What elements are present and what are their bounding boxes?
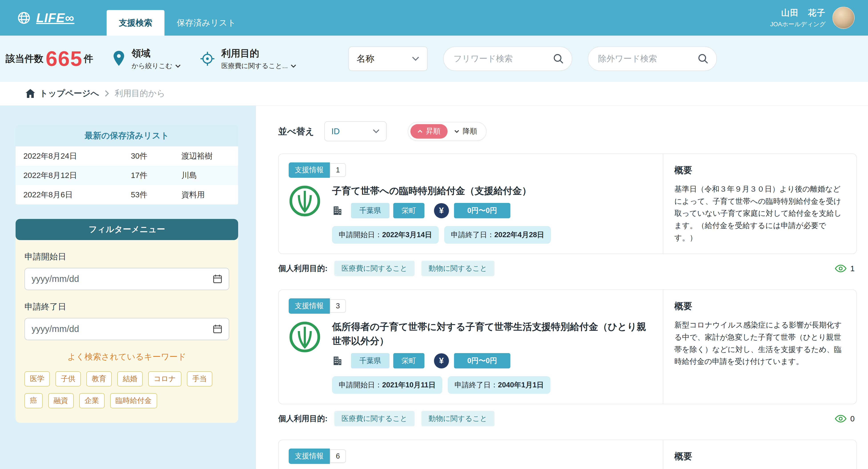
- keyword-chip[interactable]: 子供: [55, 371, 81, 386]
- keyword-chip[interactable]: 癌: [25, 393, 43, 408]
- saved-list-row[interactable]: 2022年8月24日 30件 渡辺裕樹: [16, 147, 238, 166]
- keyword-search-input[interactable]: [454, 54, 553, 63]
- search-icon[interactable]: [698, 53, 709, 64]
- chevron-down-icon: [291, 64, 296, 68]
- exclude-search-input[interactable]: [598, 54, 698, 63]
- start-date-input[interactable]: [32, 274, 213, 284]
- content: 最新の保存済みリスト 2022年8月24日 30件 渡辺裕樹 2022年8月12…: [0, 106, 868, 469]
- sort-desc-button[interactable]: 降順: [447, 126, 484, 136]
- view-count: 0: [835, 414, 857, 423]
- region-filter[interactable]: 領域 から絞りこむ: [112, 47, 181, 71]
- tab-saved-list[interactable]: 保存済みリスト: [164, 10, 248, 36]
- prefecture-chip[interactable]: 千葉県: [351, 353, 390, 369]
- eye-icon: [835, 264, 847, 273]
- purpose-filter[interactable]: 利用目的 医療費に関すること...: [199, 47, 296, 71]
- breadcrumb: トップページへ 利用目的から: [0, 82, 868, 106]
- keyword-chip[interactable]: 手当: [187, 371, 212, 386]
- card-overview: 概要 基準日（令和３年９月３０日）より後の離婚などによって、子育て世帯への臨時特…: [663, 154, 857, 254]
- home-icon: [26, 89, 35, 98]
- card-main: 低所得者の子育て世帯に対する子育て世帯生活支援特別給付金（ひとり親世帯以外分） …: [332, 320, 652, 394]
- view-count: 1: [835, 264, 857, 273]
- card-left: 支援情報 3 低所得者の子育て世帯に対する子育て世帯生活支援特別給付金（ひとり親…: [279, 290, 663, 404]
- user-text: 山田 花子 JOAホールディング: [770, 7, 826, 28]
- meta-row: 千葉県 栄町 ¥ 0円〜0円: [332, 203, 652, 218]
- sort-label: 並べ替え: [278, 125, 314, 137]
- keyword-chip[interactable]: 企業: [79, 393, 104, 408]
- support-info-badge: 支援情報: [289, 299, 330, 314]
- saved-list-row[interactable]: 2022年8月6日 53件 資料用: [16, 185, 238, 205]
- support-card[interactable]: 支援情報 1 子育て世帯への臨時特別給付金（支援給付金）: [278, 154, 857, 254]
- user-menu[interactable]: 山田 花子 JOAホールディング: [770, 0, 855, 36]
- purpose-chip[interactable]: 医療費に関すること: [334, 261, 415, 276]
- keyword-chip[interactable]: 臨時給付金: [110, 393, 157, 408]
- support-title[interactable]: 子育て世帯への臨時特別給付金（支援給付金）: [332, 184, 652, 198]
- end-date-field: [25, 318, 229, 340]
- calendar-icon[interactable]: [213, 274, 222, 284]
- city-chip[interactable]: 栄町: [393, 203, 425, 218]
- sidebar: 最新の保存済みリスト 2022年8月24日 30件 渡辺裕樹 2022年8月12…: [0, 106, 256, 469]
- chevron-right-icon: [104, 90, 109, 97]
- support-info-badge: 支援情報: [289, 162, 330, 178]
- overview-title: 概要: [674, 300, 843, 312]
- date-row: 申請開始日：2021年10月11日 申請終了日：2040年1月1日: [332, 376, 652, 394]
- filter-bar: 該当件数 665 件 領域 から絞りこむ: [0, 36, 868, 82]
- support-card[interactable]: 支援情報 6 マタニティ・乳児タクシー助成: [278, 440, 857, 469]
- keyword-chip[interactable]: コロナ: [148, 371, 181, 386]
- keywords-title: よく検索されているキーワード: [25, 351, 229, 363]
- start-date-label: 申請開始日: [25, 251, 229, 262]
- breadcrumb-home-link[interactable]: トップページへ: [26, 88, 99, 99]
- card-overview: 概要 母体への負担軽減や健やかな出産を支援するため、乗車時に利用できるタクシー券…: [663, 440, 857, 469]
- purpose-chip[interactable]: 動物に関すること: [421, 411, 495, 426]
- purpose-chip[interactable]: 動物に関すること: [421, 261, 495, 276]
- support-id-badge: 3: [330, 299, 346, 313]
- amount-chip: 0円〜0円: [454, 203, 510, 218]
- avatar[interactable]: [832, 7, 855, 29]
- search-icon[interactable]: [553, 53, 564, 64]
- app-logo[interactable]: LIFE∞: [17, 0, 74, 36]
- main-nav: 支援検索 保存済みリスト: [106, 0, 248, 36]
- prefecture-chip[interactable]: 千葉県: [351, 203, 390, 218]
- region-filter-text: 領域 から絞りこむ: [131, 47, 181, 71]
- sort-asc-button[interactable]: 昇順: [410, 124, 448, 138]
- support-card[interactable]: 支援情報 3 低所得者の子育て世帯に対する子育て世帯生活支援特別給付金（ひとり親…: [278, 289, 857, 404]
- card-left: 支援情報 6 マタニティ・乳児タクシー助成: [279, 440, 663, 469]
- card-body: 子育て世帯への臨時特別給付金（支援給付金） 千葉県 栄町: [289, 184, 652, 244]
- purpose-label: 個人利用目的:: [278, 413, 328, 424]
- support-title[interactable]: 低所得者の子育て世帯に対する子育て世帯生活支援特別給付金（ひとり親世帯以外分）: [332, 320, 652, 348]
- badge-row: 支援情報 1: [289, 162, 652, 178]
- keyword-chip[interactable]: 融資: [48, 393, 74, 408]
- purpose-chip[interactable]: 医療費に関すること: [334, 411, 415, 426]
- municipality-emblem-icon: [289, 321, 321, 353]
- keyword-chips: 医学 子供 教育 結婚 コロナ 手当 癌 融資 企業 臨時給付金: [25, 371, 229, 408]
- keyword-chip[interactable]: 医学: [25, 371, 50, 386]
- sort-select[interactable]: ID: [324, 121, 386, 141]
- name-select[interactable]: 名称: [348, 46, 428, 71]
- end-date-input[interactable]: [32, 324, 213, 334]
- city-chip[interactable]: 栄町: [393, 353, 425, 369]
- amount-chip: 0円〜0円: [454, 353, 510, 369]
- yen-icon: ¥: [434, 353, 449, 369]
- user-org: JOAホールディング: [770, 20, 826, 28]
- chevron-down-icon: [175, 64, 181, 68]
- top-bar: LIFE∞ 支援検索 保存済みリスト 山田 花子 JOAホールディング: [0, 0, 868, 36]
- filter-menu-title: フィルターメニュー: [16, 219, 238, 240]
- results-main: 並べ替え ID 昇順: [256, 106, 868, 469]
- result-count-value: 665: [45, 46, 83, 71]
- filter-menu-body: 申請開始日 申請終了日: [16, 240, 238, 408]
- support-info-badge: 支援情報: [289, 448, 330, 464]
- card-overview: 概要 新型コロナウイルス感染症による影響が長期化する中で、家計が急変した子育て世…: [663, 290, 857, 404]
- saved-list-row[interactable]: 2022年8月12日 17件 川島: [16, 166, 238, 185]
- calendar-icon[interactable]: [213, 324, 222, 334]
- card-left: 支援情報 1 子育て世帯への臨時特別給付金（支援給付金）: [279, 154, 663, 254]
- purpose-label: 個人利用目的:: [278, 263, 328, 274]
- card-main: 子育て世帯への臨時特別給付金（支援給付金） 千葉県 栄町: [332, 184, 652, 244]
- keyword-chip[interactable]: 結婚: [117, 371, 143, 386]
- chevron-down-icon: [412, 57, 419, 61]
- tab-support-search[interactable]: 支援検索: [106, 10, 164, 36]
- map-pin-icon: [112, 50, 126, 67]
- overview-text: 新型コロナウイルス感染症による影響が長期化する中で、家計が急変した子育て世帯（ひ…: [674, 319, 843, 368]
- municipality-emblem-icon: [289, 185, 321, 217]
- yen-icon: ¥: [434, 203, 449, 218]
- end-date-chip: 申請終了日：2022年4月28日: [444, 226, 551, 244]
- keyword-chip[interactable]: 教育: [86, 371, 112, 386]
